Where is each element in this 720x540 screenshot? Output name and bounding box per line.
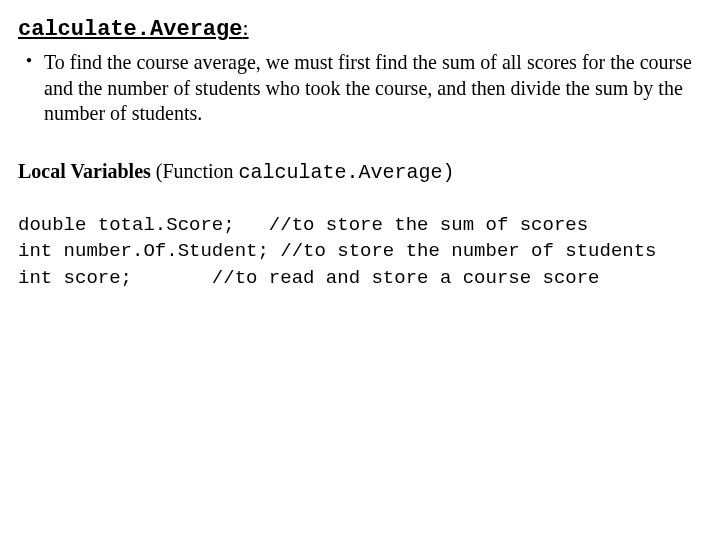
function-heading: calculate.Average: — [18, 14, 702, 44]
subheading-open: (Function — [151, 160, 239, 182]
code-line-2-decl: int number.Of.Student; — [18, 240, 280, 262]
description-list: To find the course average, we must firs… — [18, 50, 702, 127]
code-line-2-comment: //to store the number of students — [280, 240, 656, 262]
local-variables-heading: Local Variables (Function calculate.Aver… — [18, 159, 702, 186]
heading-colon: : — [242, 15, 248, 40]
description-item: To find the course average, we must firs… — [44, 50, 696, 127]
code-line-1-comment: //to store the sum of scores — [269, 214, 588, 236]
code-line-3-comment: //to read and store a course score — [212, 267, 600, 289]
description-text: To find the course average, we must firs… — [44, 51, 692, 124]
code-block: double total.Score; //to store the sum o… — [18, 212, 702, 292]
function-name: calculate.Average — [18, 17, 242, 42]
code-line-3-decl: int score; — [18, 267, 212, 289]
subheading-fn: calculate.Average) — [239, 161, 455, 184]
code-line-1-decl: double total.Score; — [18, 214, 269, 236]
local-variables-label: Local Variables — [18, 160, 151, 182]
